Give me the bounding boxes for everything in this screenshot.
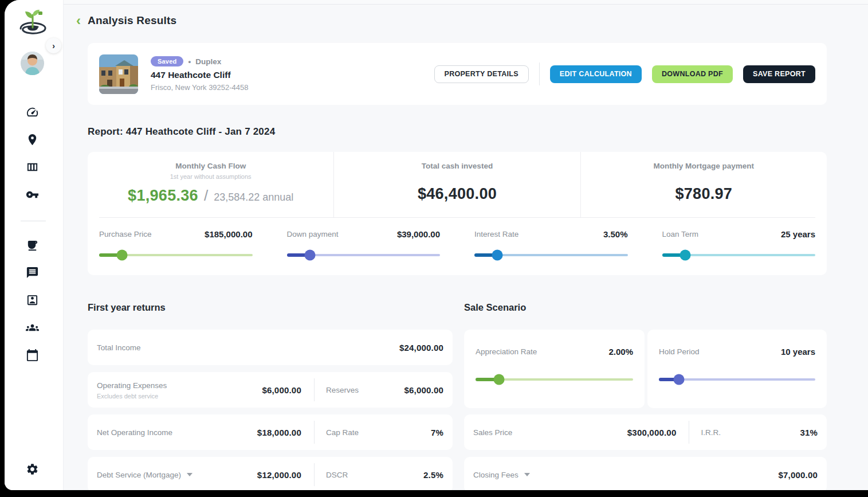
row-label: DSCR [326, 471, 348, 479]
slash-separator: / [204, 187, 208, 205]
property-details-button[interactable]: PROPERTY DETAILS [434, 65, 529, 83]
purchase-price-control: Purchase Price $185,000.00 [99, 229, 253, 256]
sidebar-item-settings[interactable] [25, 462, 40, 476]
sidebar: › [5, 0, 64, 490]
loan-term-control: Loan Term 25 years [662, 229, 816, 256]
row-label: I.R.R. [701, 428, 721, 437]
app-window: › [5, 0, 868, 490]
slider-thumb[interactable] [304, 250, 315, 261]
row-value: 7% [431, 428, 443, 437]
metric-sublabel: 1st year without assumptions [88, 173, 333, 180]
sidebar-item-coffee[interactable] [25, 238, 40, 253]
total-income-row: Total Income $24,000.00 [88, 330, 453, 365]
sidebar-item-calendar[interactable] [25, 348, 40, 362]
meta-bullet: • [188, 57, 191, 66]
row-value: $7,000.00 [778, 470, 818, 480]
row-label: Sales Price [473, 428, 512, 437]
closing-fees-row: Closing Fees $7,000.00 [464, 457, 827, 490]
slider-thumb[interactable] [680, 250, 690, 261]
slider-thumb[interactable] [117, 250, 128, 261]
interest-rate-control: Interest Rate 3.50% [474, 229, 628, 256]
metric-total-cash-invested: Total cash invested $46,400.00 [333, 152, 580, 217]
slider-value: 3.50% [603, 229, 628, 239]
row-label: Debt Service (Mortgage) [97, 471, 181, 479]
slider-value: 10 years [781, 347, 815, 357]
sidebar-item-map[interactable] [25, 132, 40, 147]
dropdown-caret-icon[interactable] [524, 473, 530, 476]
slider-label: Purchase Price [99, 230, 152, 238]
sidebar-collapse-button[interactable]: › [46, 38, 61, 53]
row-sublabel: Excludes debt service [97, 393, 167, 400]
property-card: Saved • Duplex 447 Heathcote Cliff Frisc… [88, 43, 827, 105]
slider-label: Interest Rate [474, 230, 519, 238]
property-name: 447 Heathcote Cliff [151, 70, 434, 80]
sidebar-item-keys[interactable] [25, 187, 40, 202]
operating-expenses-row: Operating Expenses Excludes debt service… [88, 372, 453, 408]
slider-thumb[interactable] [494, 374, 505, 385]
metric-monthly-mortgage: Monthly Mortgage payment $780.97 [580, 152, 827, 217]
download-pdf-button[interactable]: DOWNLOAD PDF [652, 65, 733, 83]
appreciation-rate-card: Appreciation Rate 2.00% [464, 330, 645, 408]
sidebar-item-dashboard[interactable] [25, 105, 40, 119]
main-content: ‹ Analysis Results [64, 0, 868, 490]
slider-value: $185,000.00 [205, 229, 252, 239]
cash-flow-value: $1,965.36 [128, 187, 198, 205]
invested-value: $46,400.00 [334, 185, 580, 203]
page-title: Analysis Results [88, 14, 176, 27]
row-value: $24,000.00 [399, 343, 443, 353]
down-payment-slider[interactable] [287, 254, 441, 256]
row-label: Cap Rate [326, 428, 359, 437]
app-logo-icon [16, 7, 49, 39]
back-chevron-icon[interactable]: ‹ [76, 14, 81, 28]
slider-label: Appreciation Rate [476, 347, 537, 356]
debt-service-row: Debt Service (Mortgage) $12,000.00 DSCR … [88, 457, 453, 490]
row-label: Closing Fees [473, 471, 519, 479]
row-value: 2.5% [423, 470, 443, 480]
hold-period-slider[interactable] [659, 378, 815, 381]
sidebar-item-contacts[interactable] [25, 293, 40, 307]
row-label: Total Income [97, 343, 141, 352]
row-label: Operating Expenses [97, 381, 167, 390]
annual-cash-flow-value: 23,584.22 annual [214, 191, 293, 204]
sidebar-item-team[interactable] [25, 320, 40, 335]
slider-label: Hold Period [659, 347, 700, 356]
first-year-returns-heading: First year returns [88, 302, 166, 313]
net-operating-income-row: Net Operating Income $18,000.00 Cap Rate… [88, 414, 453, 450]
slider-thumb[interactable] [674, 374, 685, 385]
row-value: $6,000.00 [404, 385, 443, 395]
slider-value: $39,000.00 [397, 229, 440, 239]
property-thumbnail [99, 54, 138, 94]
slider-label: Loan Term [662, 230, 699, 238]
dropdown-caret-icon[interactable] [187, 473, 193, 476]
row-value: $300,000.00 [627, 428, 677, 437]
interest-rate-slider[interactable] [474, 254, 628, 256]
sidebar-item-messages[interactable] [25, 265, 40, 280]
user-avatar[interactable] [21, 52, 44, 75]
row-label: Reserves [326, 386, 359, 394]
loan-term-slider[interactable] [662, 254, 816, 256]
row-value: 31% [800, 428, 818, 437]
mortgage-value: $780.97 [581, 185, 827, 203]
sidebar-item-board[interactable] [25, 160, 40, 174]
row-value: $18,000.00 [257, 428, 301, 437]
slider-value: 25 years [781, 229, 815, 239]
hold-period-card: Hold Period 10 years [647, 330, 827, 408]
edit-calculation-button[interactable]: EDIT CALCULATION [550, 65, 642, 83]
calculation-card: Monthly Cash Flow 1st year without assum… [88, 152, 827, 275]
property-type: Duplex [195, 57, 221, 66]
metric-label: Monthly Mortgage payment [581, 162, 827, 170]
property-address: Frisco, New York 39252-4458 [151, 83, 434, 92]
sale-scenario-heading: Sale Scenario [464, 302, 526, 313]
purchase-price-slider[interactable] [99, 254, 253, 256]
slider-label: Down payment [287, 230, 339, 238]
metric-label: Total cash invested [334, 162, 580, 170]
down-payment-control: Down payment $39,000.00 [287, 229, 441, 256]
appreciation-rate-slider[interactable] [476, 378, 633, 381]
report-title: Report: 447 Heathcote Cliff - Jan 7 2024 [88, 126, 275, 138]
save-report-button[interactable]: SAVE REPORT [743, 65, 815, 83]
slider-value: 2.00% [608, 347, 633, 357]
row-value: $6,000.00 [262, 385, 301, 395]
saved-badge: Saved [151, 56, 183, 66]
button-separator [539, 62, 540, 85]
slider-thumb[interactable] [492, 250, 503, 261]
